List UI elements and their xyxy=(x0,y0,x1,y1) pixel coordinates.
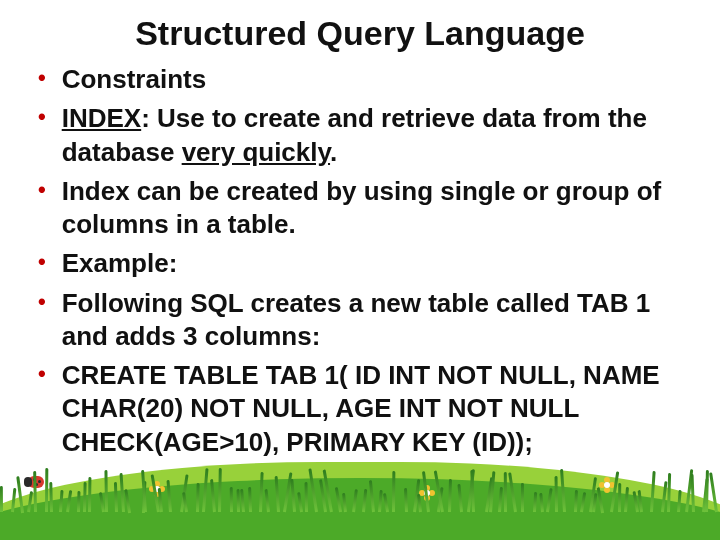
bullet-text: Example: xyxy=(62,247,690,280)
grass-blade-icon xyxy=(504,472,507,512)
bullet-dot-icon: • xyxy=(38,102,46,169)
slide-body: • Constraints • INDEX: Use to create and… xyxy=(0,63,720,459)
flower-icon xyxy=(600,478,614,492)
bullet-item: • Index can be created by using single o… xyxy=(38,175,690,242)
bullet-text: Index can be created by using single or … xyxy=(62,175,690,242)
slide: Structured Query Language • Constraints … xyxy=(0,0,720,540)
bullet-text: Constraints xyxy=(62,63,690,96)
bullet-dot-icon: • xyxy=(38,63,46,96)
bullet-item: • Constraints xyxy=(38,63,690,96)
inline-text: : Use to create and retrieve data from t… xyxy=(62,103,647,166)
bullet-dot-icon: • xyxy=(38,287,46,354)
bullet-item: • Example: xyxy=(38,247,690,280)
grass-blade-icon xyxy=(236,489,239,512)
grass-blade-icon xyxy=(690,474,695,512)
grass-blade-icon xyxy=(248,487,252,512)
bullet-item: • CREATE TABLE TAB 1( ID INT NOT NULL, N… xyxy=(38,359,690,459)
bullet-text: Following SQL creates a new table called… xyxy=(62,287,690,354)
grass-decoration xyxy=(0,448,720,540)
grass-blade-icon xyxy=(574,490,578,512)
grass-blade-icon xyxy=(0,486,3,512)
grass-blade-icon xyxy=(45,468,48,512)
grass-blade-icon xyxy=(521,483,524,512)
grass-blade-icon xyxy=(304,482,308,512)
underline-text: very quickly xyxy=(182,137,330,167)
grass-blade-icon xyxy=(554,476,557,512)
inline-text: . xyxy=(330,137,337,167)
underline-text: INDEX xyxy=(62,103,141,133)
bullet-item: • Following SQL creates a new table call… xyxy=(38,287,690,354)
slide-title: Structured Query Language xyxy=(0,0,720,57)
bullet-dot-icon: • xyxy=(38,175,46,242)
bullet-dot-icon: • xyxy=(38,359,46,459)
bullet-text: CREATE TABLE TAB 1( ID INT NOT NULL, NAM… xyxy=(62,359,690,459)
bullet-dot-icon: • xyxy=(38,247,46,280)
grass-blade-icon xyxy=(618,483,621,512)
grass-blade-icon xyxy=(229,487,232,512)
bullet-item: • INDEX: Use to create and retrieve data… xyxy=(38,102,690,169)
bullet-text: INDEX: Use to create and retrieve data f… xyxy=(62,102,690,169)
